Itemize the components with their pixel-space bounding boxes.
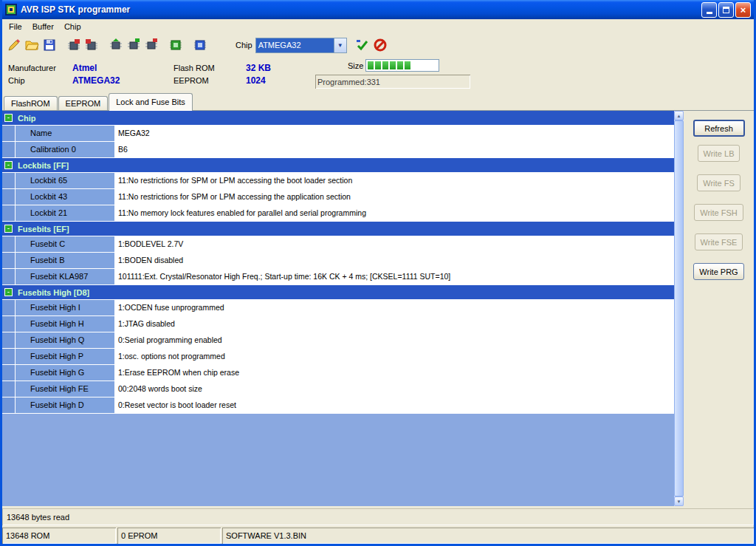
grid-row[interactable]: Fusebit B1:BODEN disabled: [2, 253, 674, 269]
save-icon[interactable]: [41, 36, 58, 54]
read-flash-icon[interactable]: [65, 36, 83, 54]
tab-eeprom[interactable]: EEPROM: [58, 96, 109, 110]
title-bar[interactable]: AVR ISP STK programmer ×: [2, 0, 754, 19]
erase-chip-icon[interactable]: [142, 36, 160, 54]
row-value: 11:No restrictions for SPM or LPM access…: [115, 173, 674, 188]
write-fsh-button[interactable]: Write FSH: [694, 204, 743, 221]
group-header-chip[interactable]: -Chip: [2, 111, 674, 126]
chip-select[interactable]: ATMEGA32 ▼: [255, 38, 347, 53]
row-name: Fusebit High I: [16, 300, 115, 315]
tab-lock-and-fuse-bits[interactable]: Lock and Fuse Bits: [109, 93, 193, 110]
grid-row[interactable]: Fusebit High D0:Reset vector is boot loa…: [2, 397, 674, 414]
row-name: Fusebit High G: [16, 365, 115, 381]
row-indent: [2, 381, 16, 397]
grid-row[interactable]: Fusebit High Q0:Serial programming enabl…: [2, 332, 674, 349]
row-value: 00:2048 words boot size: [115, 381, 674, 397]
row-indent: [2, 253, 16, 268]
grid-row[interactable]: Fusebit C1:BODLEVEL 2.7V: [2, 236, 674, 253]
read-eeprom-icon[interactable]: [83, 36, 100, 54]
grid-row[interactable]: Fusebit High H1:JTAG disabled: [2, 316, 674, 332]
scroll-down-icon[interactable]: ▼: [674, 496, 684, 506]
menu-item-buffer[interactable]: Buffer: [27, 21, 59, 33]
cancel-icon[interactable]: [371, 36, 389, 54]
progress-segment: [382, 61, 388, 69]
row-name: Fusebit High D: [16, 397, 115, 413]
grid-row[interactable]: Lockbit 6511:No restrictions for SPM or …: [2, 173, 674, 189]
grid-row[interactable]: Fusebit KLA987101111:Ext. Crystal/Resona…: [2, 269, 674, 285]
manufacturer-label: Manufacturer: [8, 64, 56, 72]
device-icon[interactable]: [191, 36, 209, 54]
close-button[interactable]: ×: [735, 2, 751, 18]
grid-row[interactable]: Fusebit High FE00:2048 words boot size: [2, 381, 674, 397]
group-header-fusebits-high-d8[interactable]: -Fusebits High [D8]: [2, 285, 674, 300]
erase-icon[interactable]: [5, 36, 23, 54]
eeprom-value: 1024: [246, 75, 266, 86]
progress-segment: [390, 61, 396, 69]
write-eeprom-icon[interactable]: [125, 36, 142, 54]
write-fs-button[interactable]: Write FS: [697, 174, 740, 191]
write-lb-button[interactable]: Write LB: [698, 145, 740, 162]
grid-row[interactable]: NameMEGA32: [2, 126, 674, 142]
write-prg-button[interactable]: Write PRG: [693, 263, 743, 280]
row-name: Lockbit 43: [16, 189, 115, 205]
row-indent: [2, 142, 16, 157]
maximize-button[interactable]: [718, 2, 734, 18]
row-value: 0:Serial programming enabled: [115, 332, 674, 348]
group-title: Lockbits [FF]: [18, 161, 69, 170]
size-progress: [365, 59, 439, 72]
group-title: Chip: [18, 114, 35, 123]
tab-strip: FlashROMEEPROMLock and Fuse Bits: [2, 93, 754, 110]
row-value: MEGA32: [115, 126, 674, 141]
minimize-button[interactable]: [701, 2, 717, 18]
verify-icon[interactable]: [354, 36, 371, 54]
scroll-thumb[interactable]: [674, 120, 684, 496]
row-name: Fusebit High H: [16, 316, 115, 332]
write-fse-button[interactable]: Write FSE: [695, 233, 743, 250]
program-icon[interactable]: [167, 36, 185, 54]
progress-segment: [405, 61, 410, 69]
chip-select-value: ATMEGA32: [256, 38, 334, 52]
row-name: Fusebit High Q: [16, 332, 115, 348]
tab-flashrom[interactable]: FlashROM: [4, 96, 58, 110]
eeprom-label: EEPROM: [173, 76, 209, 85]
row-name: Fusebit High FE: [16, 381, 115, 397]
row-value: B6: [115, 142, 674, 157]
row-indent: [2, 349, 16, 364]
progress-segment: [397, 61, 403, 69]
row-value: 1:BODLEVEL 2.7V: [115, 236, 674, 252]
row-name: Calibration 0: [16, 142, 115, 157]
menu-bar: FileBufferChip: [2, 19, 754, 34]
row-name: Fusebit KLA987: [16, 269, 115, 284]
grid-row[interactable]: Calibration 0B6: [2, 142, 674, 158]
collapse-minus-icon[interactable]: -: [4, 288, 13, 296]
collapse-minus-icon[interactable]: -: [4, 114, 13, 122]
collapse-minus-icon[interactable]: -: [4, 161, 13, 169]
row-name: Name: [16, 126, 115, 141]
row-name: Lockbit 65: [16, 173, 115, 188]
group-header-fusebits-ef[interactable]: -Fusebits [EF]: [2, 222, 674, 236]
group-title: Fusebits High [D8]: [18, 288, 89, 297]
menu-item-chip[interactable]: Chip: [59, 21, 86, 33]
progress-segment: [375, 61, 381, 69]
row-indent: [2, 205, 16, 221]
collapse-minus-icon[interactable]: -: [4, 225, 13, 233]
group-header-lockbits-ff[interactable]: -Lockbits [FF]: [2, 158, 674, 173]
refresh-button[interactable]: Refresh: [693, 120, 745, 137]
menu-item-file[interactable]: File: [4, 21, 27, 33]
open-icon[interactable]: [23, 36, 41, 54]
row-indent: [2, 332, 16, 348]
grid-row[interactable]: Lockbit 4311:No restrictions for SPM or …: [2, 189, 674, 205]
window-title: AVR ISP STK programmer: [21, 4, 700, 15]
row-indent: [2, 365, 16, 381]
row-value: 1:BODEN disabled: [115, 253, 674, 268]
grid-row[interactable]: Fusebit High G1:Erase EEPROM when chip e…: [2, 365, 674, 381]
grid-row[interactable]: Fusebit High I1:OCDEN fuse unprogrammed: [2, 300, 674, 316]
row-value: 11:No memory lock features enabled for p…: [115, 205, 674, 221]
row-name: Fusebit B: [16, 253, 115, 268]
grid-row[interactable]: Fusebit High P1:osc. options not program…: [2, 349, 674, 365]
grid-row[interactable]: Lockbit 2111:No memory lock features ena…: [2, 205, 674, 222]
write-flash-icon[interactable]: [107, 36, 125, 54]
vertical-scrollbar[interactable]: ▲ ▼: [674, 111, 684, 506]
scroll-up-icon[interactable]: ▲: [674, 111, 684, 120]
chevron-down-icon[interactable]: ▼: [334, 38, 346, 52]
